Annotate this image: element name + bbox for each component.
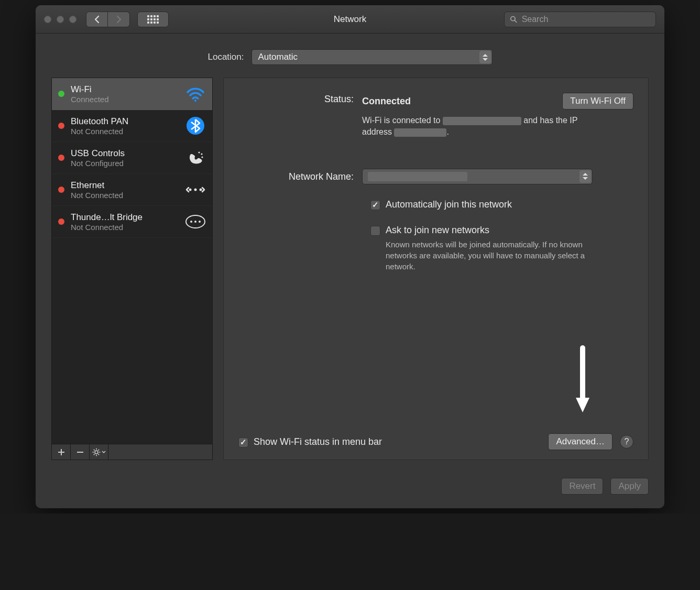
svg-point-7 [189,189,192,191]
status-desc-pre: Wi-Fi is connected to [362,116,443,125]
sidebar-footer [51,444,213,460]
ethernet-icon [185,179,206,200]
search-icon [510,15,518,24]
ask-join-checkbox[interactable] [370,226,380,236]
arrow-annotation-icon [575,345,590,413]
zoom-window-button[interactable] [69,16,76,23]
stepper-icon [579,170,591,183]
interface-list[interactable]: Wi-Fi Connected [51,78,213,444]
status-desc-end: . [446,127,449,136]
item-status: Connected [71,95,179,104]
thunderbolt-icon [185,211,206,232]
bottom-row: Revert Apply [36,471,664,508]
sidebar-item-ethernet[interactable]: Ethernet Not Connected [52,174,212,206]
auto-join-label: Automatically join this network [386,199,512,210]
add-interface-button[interactable] [52,444,71,460]
search-input[interactable] [522,15,650,24]
nav-buttons [86,12,130,27]
sidebar-item-thunderbolt-bridge[interactable]: Thunde…lt Bridge Not Connected [52,206,212,238]
network-name-row: Network Name: [238,169,633,184]
remove-interface-button[interactable] [71,444,90,460]
svg-point-8 [194,189,197,191]
grid-icon [147,15,159,24]
svg-line-22 [98,449,99,450]
apply-button[interactable]: Apply [610,478,649,495]
item-name: Ethernet [71,180,179,191]
item-text: Bluetooth PAN Not Connected [71,116,179,136]
search-field[interactable] [504,12,656,27]
show-all-button[interactable] [137,12,169,27]
minimize-window-button[interactable] [57,16,64,23]
item-name: Thunde…lt Bridge [71,212,179,223]
detail-footer: Show Wi-Fi status in menu bar Advanced… … [238,433,633,450]
forward-button[interactable] [108,12,130,27]
status-row: Status: Connected Turn Wi-Fi Off Wi-Fi i… [238,93,633,138]
back-button[interactable] [86,12,108,27]
help-icon: ? [625,437,629,446]
detail-panel: Status: Connected Turn Wi-Fi Off Wi-Fi i… [223,78,649,460]
advanced-button[interactable]: Advanced… [548,433,612,450]
plus-icon [58,449,65,456]
bluetooth-icon [185,115,206,136]
close-window-button[interactable] [44,16,51,23]
sidebar-item-bluetooth-pan[interactable]: Bluetooth PAN Not Connected [52,110,212,142]
auto-join-checkbox[interactable] [370,200,380,210]
ask-join-row: Ask to join new networks Known networks … [370,225,633,272]
svg-line-19 [93,449,94,450]
location-label: Location: [208,52,244,62]
svg-point-11 [190,221,192,223]
show-status-row: Show Wi-Fi status in menu bar [238,436,382,447]
redacted-network-name [368,172,467,181]
sidebar-item-usb-controls[interactable]: USB Controls Not Configured [52,142,212,174]
item-status: Not Connected [71,191,179,200]
interface-actions-button[interactable] [90,444,108,460]
svg-point-5 [201,153,202,155]
item-status: Not Configured [71,159,179,168]
location-select[interactable]: Automatic [251,49,493,65]
item-name: Wi-Fi [71,84,179,95]
redacted-ip [394,128,446,137]
item-text: Thunde…lt Bridge Not Connected [71,212,179,232]
help-button[interactable]: ? [620,435,633,449]
svg-point-12 [194,221,196,223]
svg-point-14 [95,451,98,454]
gear-icon [92,448,101,456]
show-status-checkbox[interactable] [238,438,248,447]
status-dot-icon [58,155,64,161]
svg-line-1 [515,20,516,22]
show-status-label: Show Wi-Fi status in menu bar [254,436,382,447]
status-value: Connected [362,96,562,107]
network-name-select[interactable] [362,169,593,184]
network-prefs-window: Network Location: Automatic Wi-Fi [36,5,664,508]
revert-button[interactable]: Revert [561,478,603,495]
svg-point-13 [199,221,201,223]
item-name: USB Controls [71,148,179,159]
window-title: Network [334,14,366,25]
status-dot-icon [58,187,64,193]
item-text: Wi-Fi Connected [71,84,179,104]
status-dot-icon [58,91,64,97]
svg-line-20 [98,454,99,455]
svg-point-6 [201,156,203,158]
network-name-label: Network Name: [238,170,362,182]
turn-wifi-off-button[interactable]: Turn Wi-Fi Off [562,93,633,110]
item-name: Bluetooth PAN [71,116,179,127]
minus-icon [76,449,84,456]
sidebar-item-wifi[interactable]: Wi-Fi Connected [52,78,212,110]
svg-point-4 [198,151,200,153]
svg-line-21 [93,454,94,455]
svg-point-2 [194,100,196,102]
titlebar: Network [36,5,664,34]
location-row: Location: Automatic [36,34,664,78]
item-status: Not Connected [71,127,179,136]
content-area: Wi-Fi Connected [36,78,664,471]
redacted-ssid [443,117,521,125]
item-text: USB Controls Not Configured [71,148,179,168]
chevron-down-icon [102,451,106,454]
item-text: Ethernet Not Connected [71,180,179,200]
auto-join-row: Automatically join this network [370,199,633,210]
status-description: Wi-Fi is connected to and has the IP add… [362,115,593,138]
svg-point-9 [200,189,202,191]
wifi-icon [185,83,206,104]
status-dot-icon [58,123,64,129]
